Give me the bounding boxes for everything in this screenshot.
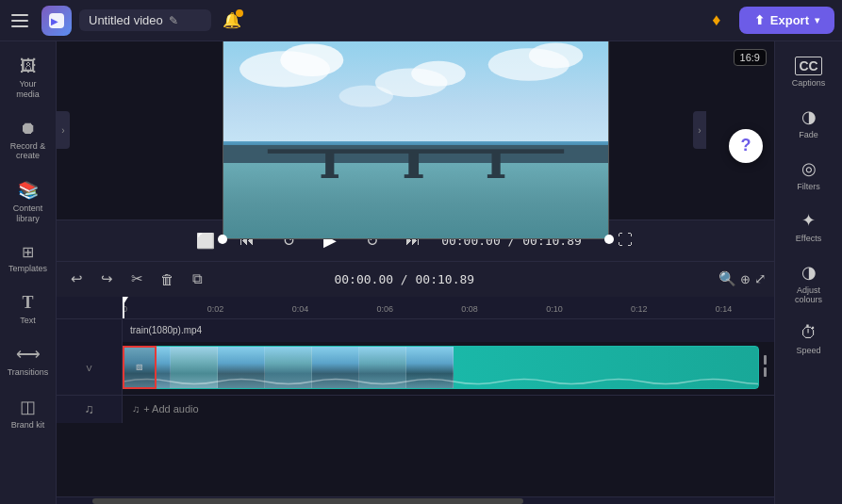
effects-icon: ✦	[801, 210, 816, 231]
ruler-mark-2: 0:02	[207, 304, 224, 314]
ruler-mark-12: 0:12	[631, 304, 648, 314]
project-title: Untitled video	[89, 13, 163, 27]
delete-button[interactable]: 🗑	[155, 267, 179, 291]
clouds-svg	[223, 41, 608, 141]
chevron-right-icon: ›	[698, 125, 701, 136]
music-icon: ♫	[84, 401, 94, 416]
fit-button[interactable]: ⤢	[754, 270, 767, 287]
sidebar-item-templates[interactable]: ⊞ Templates	[4, 236, 53, 282]
captions-label: Captions	[792, 78, 826, 88]
sidebar-item-label-brand-kit: Brand kit	[11, 420, 45, 431]
svg-rect-11	[408, 152, 419, 178]
effects-label: Effects	[796, 234, 821, 243]
ruler-mark-8: 0:08	[461, 304, 478, 314]
ruler-mark-10: 0:10	[546, 304, 563, 314]
svg-rect-12	[491, 152, 500, 178]
export-upload-icon: ⬆	[754, 13, 765, 27]
undo-button[interactable]: ↩	[64, 267, 89, 291]
video-preview	[223, 41, 609, 239]
sidebar-item-brand-kit[interactable]: ◫ Brand kit	[4, 389, 53, 438]
add-audio-button[interactable]: ♫ + Add audio	[123, 403, 199, 415]
split-button[interactable]: ⧉	[185, 267, 209, 291]
left-sidebar: 🖼 Your media ⏺ Record & create 📚 Content…	[0, 41, 57, 504]
svg-rect-14	[404, 174, 422, 178]
diamond-icon[interactable]: ♦	[703, 8, 730, 34]
redo-button[interactable]: ↪	[94, 267, 119, 291]
sidebar-item-label-your-media: Your media	[8, 79, 49, 100]
corner-handle-br[interactable]	[604, 235, 614, 244]
sidebar-item-transitions[interactable]: ⟷ Transitions	[4, 336, 53, 385]
playhead	[123, 297, 124, 318]
audio-track-header: ♫	[57, 396, 123, 423]
svg-text:▶: ▶	[51, 16, 58, 26]
timeline-scrollbar[interactable]	[57, 496, 774, 504]
project-title-area[interactable]: Untitled video ✎	[79, 9, 211, 31]
right-tool-captions[interactable]: CC Captions	[779, 49, 839, 95]
playhead-triangle	[123, 297, 128, 304]
sidebar-item-record-create[interactable]: ⏺ Record & create	[4, 111, 53, 170]
timeline-time-display: 00:00.00 / 00:10.89	[334, 272, 474, 286]
sidebar-item-label-text: Text	[20, 316, 36, 326]
video-clip[interactable]	[123, 346, 759, 389]
captions-icon: CC	[795, 57, 821, 75]
sidebar-item-label-templates: Templates	[8, 264, 47, 274]
audio-track-row: ♫ ♫ + Add audio	[57, 395, 774, 423]
right-panel-collapse[interactable]: ›	[693, 111, 706, 149]
main-layout: 🖼 Your media ⏺ Record & create 📚 Content…	[0, 41, 842, 504]
right-tool-filters[interactable]: ◎ Filters	[779, 151, 839, 199]
fullscreen-button[interactable]: ⛶	[612, 227, 638, 253]
right-tool-adjust-colours[interactable]: ◑ Adjust colours	[779, 254, 839, 312]
tl-time-current: 00:00.00	[334, 272, 393, 286]
scrollbar-thumb[interactable]	[92, 498, 523, 504]
right-sidebar: CC Captions ◑ Fade ◎ Filters ✦ Effects ◑…	[774, 41, 842, 504]
grip-bar-2	[764, 367, 767, 377]
your-media-icon: 🖼	[20, 57, 37, 76]
clip-right-grip[interactable]	[764, 355, 767, 377]
app-logo: ▶	[41, 6, 72, 36]
sidebar-item-text[interactable]: T Text	[4, 285, 53, 333]
timeline-ruler: 0 0:02 0:04 0:06 0:08 0:10 0:12 0:14	[57, 297, 774, 319]
text-icon: T	[22, 293, 33, 313]
speed-icon: ⏱	[801, 323, 817, 343]
export-button[interactable]: ⬆ Export ▾	[739, 7, 834, 34]
fade-label: Fade	[799, 130, 818, 139]
video-track-row: V ▧	[57, 342, 774, 395]
sidebar-item-content-library[interactable]: 📚 Content library	[4, 172, 53, 232]
export-dropdown-arrow: ▾	[815, 15, 819, 25]
speed-label: Speed	[796, 346, 820, 355]
adjust-colours-label: Adjust colours	[783, 285, 835, 304]
fade-icon: ◑	[801, 106, 817, 127]
svg-rect-13	[321, 174, 338, 178]
sidebar-item-label-transitions: Transitions	[8, 367, 49, 378]
track-header-placeholder	[57, 319, 123, 342]
ruler-mark-6: 0:06	[376, 304, 393, 314]
clip-handle-icon: ▧	[136, 363, 143, 371]
timeline-controls: ↩ ↪ ✂ 🗑 ⧉ 00:00.00 / 00:10.89 🔍 ⊕ ⤢	[57, 261, 774, 297]
clip-name-label: train(1080p).mp4	[123, 325, 202, 335]
cut-button[interactable]: ✂	[124, 267, 149, 291]
caption-toggle-button[interactable]: ⬜	[192, 227, 219, 253]
svg-point-5	[411, 60, 466, 86]
clip-start-handle[interactable]: ▧	[123, 346, 157, 389]
zoom-in-button[interactable]: ⊕	[740, 272, 751, 286]
svg-point-8	[338, 85, 393, 106]
menu-button[interactable]	[8, 8, 34, 34]
record-create-icon: ⏺	[20, 119, 37, 138]
video-track-label: V	[86, 364, 91, 373]
chevron-left-icon: ›	[61, 125, 64, 136]
zoom-out-button[interactable]: 🔍	[718, 270, 736, 287]
right-tool-effects[interactable]: ✦ Effects	[779, 203, 839, 251]
right-tool-speed[interactable]: ⏱ Speed	[779, 316, 839, 363]
right-tool-fade[interactable]: ◑ Fade	[779, 99, 839, 147]
ratio-badge[interactable]: 16:9	[734, 49, 767, 66]
sidebar-item-label-record-create: Record & create	[8, 141, 49, 162]
help-button[interactable]: ?	[729, 129, 763, 163]
sidebar-item-your-media[interactable]: 🖼 Your media	[4, 49, 53, 107]
ruler-mark-4: 0:04	[292, 304, 309, 314]
left-panel-collapse[interactable]: ›	[57, 111, 70, 149]
corner-handle-bl[interactable]	[218, 235, 227, 244]
add-audio-label: + Add audio	[143, 403, 198, 415]
edit-title-icon[interactable]: ✎	[169, 14, 178, 27]
video-track-header: V	[57, 342, 123, 395]
tl-time-total: 00:10.89	[416, 272, 475, 286]
